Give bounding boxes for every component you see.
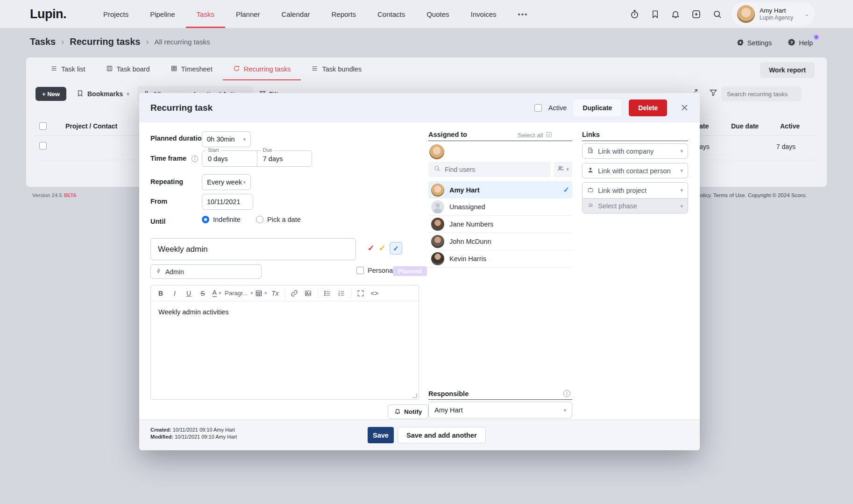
link-with-contact-person-select[interactable]: Link with contact person ▾ — [582, 163, 688, 178]
select-phase-select[interactable]: Select phase ▾ — [583, 198, 688, 213]
numbered-list-button[interactable] — [335, 287, 348, 299]
nav-item-calendar[interactable]: Calendar — [271, 0, 321, 28]
select-all-users[interactable]: Select all — [518, 131, 552, 139]
tab-task-board[interactable]: Task board — [96, 57, 160, 80]
from-label: From — [150, 198, 167, 205]
strikethrough-button[interactable]: S — [197, 287, 209, 299]
duplicate-button[interactable]: Duplicate — [573, 99, 621, 116]
nav-more-icon[interactable]: ••• — [507, 0, 539, 28]
active-checkbox[interactable] — [534, 104, 542, 112]
priority-selected-checkbox[interactable]: ✓ — [390, 242, 402, 255]
tab-timesheet[interactable]: Timesheet — [160, 57, 223, 80]
search-recurring-tasks-input[interactable] — [721, 86, 802, 101]
paragraph-style-button[interactable]: Paragr...▾ — [225, 287, 253, 299]
link-with-project-select[interactable]: Link with project ▾ — [583, 183, 688, 198]
text-color-button[interactable]: A▾ — [211, 287, 223, 299]
clear-formatting-button[interactable]: Tx — [269, 287, 281, 299]
bookmarks-dropdown[interactable]: Bookmarks ▾ — [77, 87, 129, 101]
breadcrumb-view-name[interactable]: All recurring tasks — [154, 38, 210, 46]
save-and-add-another-button[interactable]: Save and add another — [398, 427, 486, 443]
breadcrumb-tasks[interactable]: Tasks — [30, 36, 56, 47]
planned-duration-value: 0h 30min — [207, 135, 235, 143]
add-plus-icon[interactable] — [691, 9, 701, 19]
priority-medium-check-icon[interactable]: ✓ — [379, 243, 385, 253]
timer-icon[interactable] — [630, 9, 640, 19]
nav-item-contacts[interactable]: Contacts — [367, 0, 416, 28]
description-text[interactable]: Weekly admin activities — [151, 301, 419, 323]
personal-option[interactable]: Personal — [356, 267, 394, 274]
app-logo[interactable]: Lupin. — [30, 7, 66, 21]
bullet-list-button[interactable] — [321, 287, 334, 299]
user-row-amy-hart[interactable]: Amy Hart ✓ — [428, 181, 572, 199]
radio-pick-a-date[interactable] — [256, 216, 263, 223]
nav-item-planner[interactable]: Planner — [225, 0, 271, 28]
select-all-checkbox[interactable] — [39, 122, 47, 130]
nav-item-quotes[interactable]: Quotes — [416, 0, 460, 28]
nav-item-projects[interactable]: Projects — [92, 0, 139, 28]
settings-button[interactable]: Settings — [737, 39, 772, 48]
fullscreen-button[interactable] — [355, 287, 367, 299]
user-row-john-mcdunn[interactable]: John McDunn — [428, 233, 572, 250]
description-editor[interactable]: B I U S A▾ Paragr...▾ ▾ Tx <> Weekly adm… — [150, 285, 419, 400]
app-screen: Lupin. Projects Pipeline Tasks Planner C… — [0, 0, 853, 504]
toolbar-divider — [284, 288, 285, 298]
close-icon[interactable]: ✕ — [680, 102, 689, 114]
due-days-field[interactable]: Due 7 days — [257, 151, 312, 166]
repeating-select[interactable]: Every week ▾ — [202, 174, 251, 190]
insert-image-button[interactable] — [302, 287, 314, 299]
nav-item-tasks[interactable]: Tasks — [186, 0, 225, 28]
radio-indefinite[interactable] — [202, 216, 209, 223]
nav-item-pipeline[interactable]: Pipeline — [139, 0, 185, 28]
notify-button[interactable]: Notify — [388, 405, 428, 419]
work-report-button[interactable]: Work report — [760, 62, 815, 78]
tab-recurring-tasks[interactable]: Recurring tasks — [223, 57, 301, 80]
resize-handle[interactable] — [412, 393, 417, 398]
source-code-button[interactable]: <> — [369, 287, 381, 299]
priority-high-check-icon[interactable]: ✓ — [368, 243, 374, 253]
help-button[interactable]: ? Help — [788, 38, 813, 48]
notifications-bell-icon[interactable] — [671, 9, 680, 19]
until-pick-date-option[interactable]: Pick a date — [256, 216, 301, 223]
assigned-user-avatar[interactable] — [429, 144, 444, 159]
until-indefinite-option[interactable]: Indefinite — [202, 216, 241, 223]
underline-button[interactable]: U — [183, 287, 195, 299]
tab-task-bundles[interactable]: Task bundles — [301, 57, 372, 80]
find-users-input[interactable] — [445, 166, 529, 173]
user-groups-dropdown[interactable]: ▾ — [554, 162, 572, 177]
bold-button[interactable]: B — [155, 287, 167, 299]
link-with-company-select[interactable]: Link with company ▾ — [582, 143, 688, 159]
nav-item-invoices[interactable]: Invoices — [460, 0, 507, 28]
insert-link-button[interactable] — [288, 287, 300, 299]
personal-checkbox[interactable] — [356, 267, 364, 274]
info-icon[interactable]: i — [563, 390, 570, 397]
find-users-search[interactable] — [428, 162, 551, 177]
filter-funnel-icon[interactable] — [709, 88, 718, 99]
bookmark-icon[interactable] — [651, 9, 660, 19]
info-icon[interactable]: i — [192, 156, 198, 162]
table-button[interactable]: ▾ — [255, 287, 267, 299]
save-button[interactable]: Save — [368, 427, 394, 443]
column-project-contact[interactable]: Project / Contact — [65, 122, 117, 130]
column-active[interactable]: Active — [780, 122, 800, 130]
new-task-button[interactable]: + New — [36, 87, 66, 101]
start-days-field[interactable]: Start 0 days — [202, 151, 257, 166]
search-icon[interactable] — [712, 9, 722, 19]
delete-button[interactable]: Delete — [629, 99, 667, 116]
activity-type-field[interactable]: Admin — [150, 264, 262, 279]
user-row-unassigned[interactable]: Unassigned — [428, 199, 572, 216]
column-date-partial[interactable]: ate — [699, 122, 709, 130]
user-row-jane-numbers[interactable]: Jane Numbers — [428, 216, 572, 233]
user-avatar — [737, 5, 755, 23]
tab-task-list[interactable]: Task list — [40, 57, 96, 80]
nav-item-reports[interactable]: Reports — [320, 0, 367, 28]
from-date-field[interactable]: 10/11/2021 — [202, 194, 253, 210]
user-row-kevin-harris[interactable]: Kevin Harris — [428, 250, 572, 268]
user-menu[interactable]: Amy Hart Lupin Agency ⌄ — [732, 2, 815, 26]
breadcrumb-recurring-tasks[interactable]: Recurring tasks — [70, 36, 140, 47]
italic-button[interactable]: I — [169, 287, 181, 299]
planned-duration-select[interactable]: 0h 30min ▾ — [202, 131, 251, 147]
row-checkbox[interactable] — [39, 142, 47, 149]
task-name-input[interactable] — [150, 238, 356, 260]
responsible-select[interactable]: Amy Hart ▾ — [428, 402, 572, 419]
column-due-date[interactable]: Due date — [731, 122, 759, 130]
